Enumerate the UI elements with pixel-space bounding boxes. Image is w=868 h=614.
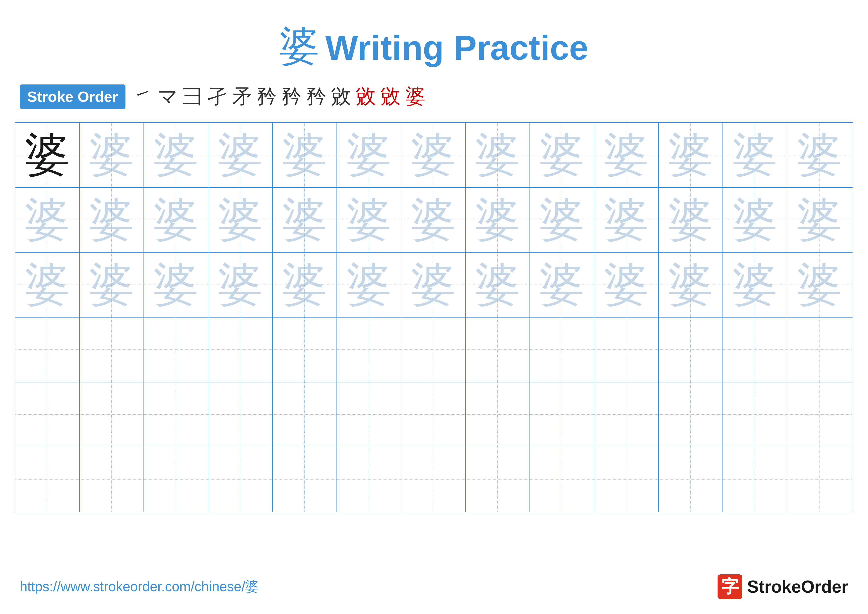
grid-cell-2-13: 婆 <box>787 188 852 252</box>
grid-cell-2-11: 婆 <box>659 188 723 252</box>
grid-cell-2-7: 婆 <box>401 188 466 252</box>
grid-cell-2-2: 婆 <box>80 188 144 252</box>
grid-cell-3-3: 婆 <box>144 253 208 317</box>
char-light: 婆 <box>25 263 70 307</box>
grid-cell-5-1 <box>16 382 80 447</box>
title-section: 婆 Writing Practice <box>0 0 868 73</box>
grid-cell-6-6 <box>337 447 401 512</box>
grid-cell-6-9 <box>530 447 594 512</box>
char-light: 婆 <box>218 197 262 242</box>
stroke-step-8: 矜 <box>307 83 326 110</box>
stroke-step-9: 敓 <box>331 83 351 110</box>
logo-icon: 字 <box>718 574 742 599</box>
grid-cell-3-9: 婆 <box>530 253 594 317</box>
char-light: 婆 <box>153 263 198 307</box>
grid-cell-6-2 <box>80 447 144 512</box>
grid-cell-3-7: 婆 <box>401 253 466 317</box>
grid-cell-6-3 <box>144 447 208 512</box>
grid-cell-6-10 <box>594 447 659 512</box>
char-light: 婆 <box>347 133 391 177</box>
char-light: 婆 <box>475 263 520 307</box>
grid-cell-5-11 <box>659 382 723 447</box>
stroke-step-3: 彐 <box>183 83 203 110</box>
title-text: Writing Practice <box>326 28 588 67</box>
char-light: 婆 <box>282 133 327 177</box>
grid-cell-4-1 <box>16 317 80 382</box>
char-light: 婆 <box>733 263 777 307</box>
grid-cell-4-5 <box>273 317 337 382</box>
stroke-step-7: 矜 <box>282 83 302 110</box>
grid-cell-3-11: 婆 <box>659 253 723 317</box>
char-light: 婆 <box>25 197 70 242</box>
char-light: 婆 <box>604 263 648 307</box>
logo-text: StrokeOrder <box>747 577 848 597</box>
char-light: 婆 <box>475 133 520 177</box>
char-light: 婆 <box>797 197 842 242</box>
grid-cell-3-13: 婆 <box>787 253 852 317</box>
grid-cell-3-8: 婆 <box>466 253 530 317</box>
grid-cell-2-6: 婆 <box>337 188 401 252</box>
grid-cell-3-6: 婆 <box>337 253 401 317</box>
grid-cell-4-10 <box>594 317 659 382</box>
grid-cell-3-1: 婆 <box>16 253 80 317</box>
stroke-step-2: マ <box>158 83 178 110</box>
char-light: 婆 <box>797 263 842 307</box>
grid-cell-5-3 <box>144 382 208 447</box>
grid-cell-6-12 <box>723 447 787 512</box>
char-light: 婆 <box>282 263 327 307</box>
grid-cell-5-6 <box>337 382 401 447</box>
grid-cell-1-12: 婆 <box>723 123 787 187</box>
grid-cell-1-6: 婆 <box>337 123 401 187</box>
grid-cell-4-3 <box>144 317 208 382</box>
grid-cell-4-12 <box>723 317 787 382</box>
char-light: 婆 <box>347 197 391 242</box>
char-light: 婆 <box>668 263 713 307</box>
grid-cell-1-7: 婆 <box>401 123 466 187</box>
grid-cell-1-4: 婆 <box>208 123 273 187</box>
stroke-step-6: 矜 <box>257 83 277 110</box>
char-light: 婆 <box>539 197 584 242</box>
stroke-step-1: ㇀ <box>133 83 153 110</box>
char-light: 婆 <box>153 197 198 242</box>
grid-cell-1-11: 婆 <box>659 123 723 187</box>
grid-row-4 <box>16 317 852 382</box>
grid-cell-4-4 <box>208 317 273 382</box>
grid-cell-6-7 <box>401 447 466 512</box>
grid-cell-1-3: 婆 <box>144 123 208 187</box>
grid-cell-2-10: 婆 <box>594 188 659 252</box>
title-char: 婆 <box>280 24 319 68</box>
char-light: 婆 <box>218 263 262 307</box>
grid-cell-1-8: 婆 <box>466 123 530 187</box>
stroke-step-5: 矛 <box>232 83 252 110</box>
grid-row-1: 婆 婆 婆 婆 婆 婆 婆 婆 婆 婆 婆 婆 婆 <box>16 123 852 188</box>
footer: https://www.strokeorder.com/chinese/婆 字 … <box>0 574 868 599</box>
grid-cell-1-1: 婆 <box>16 123 80 187</box>
grid-cell-1-10: 婆 <box>594 123 659 187</box>
stroke-step-11: 敓 <box>381 83 401 110</box>
grid-row-2: 婆 婆 婆 婆 婆 婆 婆 婆 婆 婆 婆 婆 婆 <box>16 188 852 253</box>
grid-cell-4-13 <box>787 317 852 382</box>
grid-cell-2-3: 婆 <box>144 188 208 252</box>
grid-cell-5-13 <box>787 382 852 447</box>
footer-logo: 字 StrokeOrder <box>718 574 848 599</box>
footer-url[interactable]: https://www.strokeorder.com/chinese/婆 <box>20 578 259 596</box>
grid-cell-5-2 <box>80 382 144 447</box>
char-light: 婆 <box>668 133 713 177</box>
grid-cell-5-7 <box>401 382 466 447</box>
char-light: 婆 <box>797 133 842 177</box>
char-light: 婆 <box>733 133 777 177</box>
grid-cell-2-4: 婆 <box>208 188 273 252</box>
char-light: 婆 <box>89 133 134 177</box>
char-light: 婆 <box>733 197 777 242</box>
grid-cell-6-13 <box>787 447 852 512</box>
char-light: 婆 <box>539 263 584 307</box>
grid-cell-4-9 <box>530 317 594 382</box>
grid-cell-1-13: 婆 <box>787 123 852 187</box>
grid-cell-4-2 <box>80 317 144 382</box>
grid-cell-4-8 <box>466 317 530 382</box>
grid-cell-5-5 <box>273 382 337 447</box>
grid-cell-3-5: 婆 <box>273 253 337 317</box>
char-light: 婆 <box>475 197 520 242</box>
stroke-order-badge: Stroke Order <box>20 84 126 109</box>
grid-cell-6-1 <box>16 447 80 512</box>
